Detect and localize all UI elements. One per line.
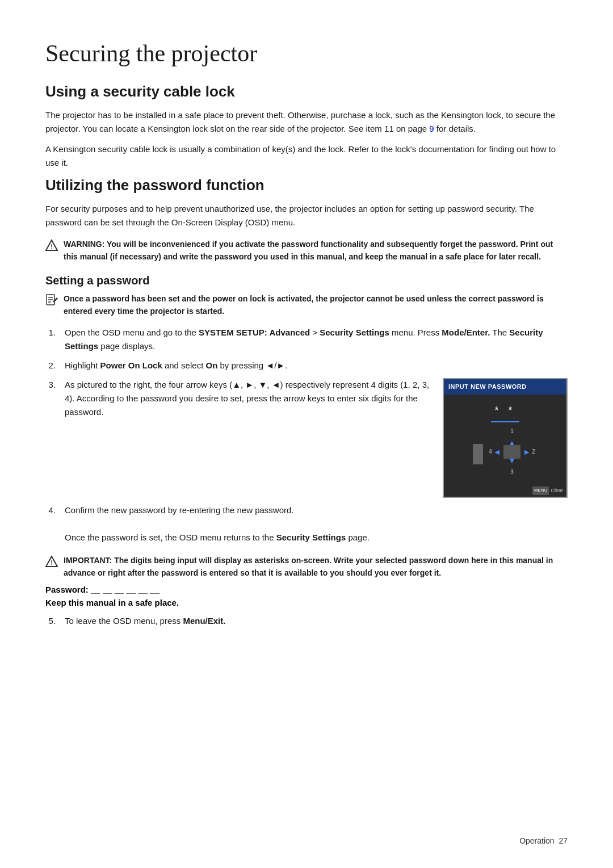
osd-footer: MENU Clear — [444, 485, 566, 497]
step-3-number: 3. — [45, 378, 56, 392]
svg-text:!: ! — [51, 243, 53, 250]
step-1-text-end: page displays. — [98, 341, 155, 351]
section2-heading: Utilizing the password function — [45, 177, 568, 194]
step-1-bold2: Security Settings — [320, 328, 389, 337]
step-2-text-before: Highlight — [65, 360, 100, 370]
important-text: IMPORTANT: The digits being input will d… — [64, 555, 568, 579]
step-4-text-before: Confirm the new password by re-entering … — [65, 505, 294, 515]
step-4-content: Confirm the new password by re-entering … — [65, 504, 568, 544]
step-1-number: 1. — [45, 326, 56, 339]
step-4-text-end: page. — [346, 532, 370, 542]
osd-arrow-right: ► — [523, 446, 531, 458]
step-1-arrow: > — [310, 328, 320, 337]
osd-asterisks: * * — [494, 402, 515, 419]
osd-num-top: 1 — [510, 427, 514, 436]
important-icon: ! — [45, 555, 58, 571]
osd-panel: INPUT NEW PASSWORD * * — [443, 378, 568, 498]
warning-box: ! WARNING: You will be inconvenienced if… — [45, 238, 568, 263]
step-4: 4. Confirm the new password by re-enteri… — [45, 504, 568, 544]
step-3-container: As pictured to the right, the four arrow… — [65, 378, 568, 498]
section1-para2: A Kensington security cable lock is usua… — [45, 142, 568, 170]
warning-icon: ! — [45, 239, 58, 254]
page-title: Securing the projector — [45, 40, 568, 67]
step-3-text: As pictured to the right, the four arrow… — [65, 378, 433, 419]
subsection-password-heading: Setting a password — [45, 274, 568, 287]
page-link-9[interactable]: 9 — [429, 124, 434, 133]
step-1-text-mid: menu. Press — [389, 328, 442, 337]
step-1-text-after: The — [490, 328, 509, 337]
step-5-number: 5. — [45, 614, 56, 628]
osd-arrows: 1 ▲ 4 ◄ ► — [486, 431, 538, 472]
osd-menu-label: MENU — [532, 487, 549, 495]
step-2-text-after: by pressing ◄/►. — [217, 360, 287, 370]
osd-header: INPUT NEW PASSWORD — [444, 379, 566, 395]
footer-page-number: 27 — [559, 836, 568, 845]
svg-text:!: ! — [51, 559, 53, 566]
password-field: Password: __ __ __ __ __ __ — [45, 585, 568, 594]
keep-safe-text: Keep this manual in a safe place. — [45, 598, 568, 607]
step-1: 1. Open the OSD menu and go to the SYSTE… — [45, 326, 568, 353]
note-icon — [45, 293, 58, 309]
step-4-number: 4. — [45, 504, 56, 517]
warning-text: WARNING: You will be inconvenienced if y… — [64, 238, 568, 263]
osd-arrow-down: ▼ — [508, 454, 516, 467]
osd-num-right: 2 — [532, 447, 535, 456]
osd-underline — [491, 421, 519, 422]
osd-num-left: 4 — [489, 447, 492, 456]
step-3-content: As pictured to the right, the four arrow… — [65, 378, 568, 498]
step-2-content: Highlight Power On Lock and select On by… — [65, 359, 568, 372]
note-box: Once a password has been set and the pow… — [45, 293, 568, 317]
svg-marker-6 — [53, 297, 58, 303]
step-4-text-after: Once the password is set, the OSD menu r… — [65, 532, 276, 542]
step-5-text-before: To leave the OSD menu, press — [65, 616, 183, 626]
step-1-text-before: Open the OSD menu and go to the — [65, 328, 199, 337]
important-box: ! IMPORTANT: The digits being input will… — [45, 555, 568, 579]
step-5-content: To leave the OSD menu, press Menu/Exit. — [65, 614, 568, 628]
note-text: Once a password has been set and the pow… — [64, 293, 568, 317]
footer-section: Operation — [519, 836, 554, 845]
step-2: 2. Highlight Power On Lock and select On… — [45, 359, 568, 372]
step-3: 3. As pictured to the right, the four ar… — [45, 378, 568, 498]
step-1-bold3: Mode/Enter. — [442, 328, 490, 337]
osd-footer-clear: Clear — [551, 487, 563, 495]
step-1-content: Open the OSD menu and go to the SYSTEM S… — [65, 326, 568, 353]
section1-para1: The projector has to be installed in a s… — [45, 108, 568, 136]
steps-list: 1. Open the OSD menu and go to the SYSTE… — [45, 326, 568, 544]
osd-body: * * 1 ▲ — [444, 395, 566, 485]
step-2-bold2: On — [205, 360, 217, 370]
page-footer: Operation 27 — [519, 836, 568, 845]
step-4-bold: Security Settings — [276, 532, 346, 542]
section2-para1: For security purposes and to help preven… — [45, 202, 568, 229]
step5-list: 5. To leave the OSD menu, press Menu/Exi… — [45, 614, 568, 628]
step-2-number: 2. — [45, 359, 56, 372]
osd-arrow-left: ◄ — [493, 446, 501, 458]
step-2-bold1: Power On Lock — [100, 360, 162, 370]
step-2-text-mid: and select — [162, 360, 206, 370]
step-1-bold1: SYSTEM SETUP: Advanced — [199, 328, 310, 337]
step-5: 5. To leave the OSD menu, press Menu/Exi… — [45, 614, 568, 628]
section1-heading: Using a security cable lock — [45, 83, 568, 100]
step-5-bold: Menu/Exit. — [183, 616, 225, 626]
osd-num-bottom: 3 — [510, 468, 514, 477]
